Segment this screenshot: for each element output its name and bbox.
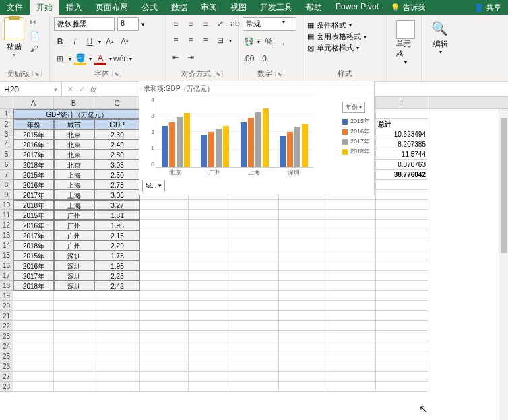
- bar[interactable]: [263, 108, 269, 167]
- row-header-18[interactable]: 18: [0, 281, 13, 291]
- cell[interactable]: 北京: [54, 149, 94, 160]
- pivot-chart[interactable]: 求和项:GDP（万亿元） 43210 北京广州上海深圳 年份 ▾ 2015年20…: [139, 81, 375, 195]
- cell[interactable]: [376, 240, 428, 250]
- cell[interactable]: [140, 220, 189, 230]
- cell[interactable]: [54, 321, 94, 331]
- cell[interactable]: [327, 230, 376, 240]
- cell[interactable]: [376, 220, 428, 230]
- cell[interactable]: [140, 281, 189, 291]
- cell[interactable]: [140, 260, 189, 271]
- italic-button[interactable]: I: [69, 36, 81, 48]
- cell[interactable]: [327, 331, 376, 341]
- cell[interactable]: [140, 361, 189, 372]
- cell[interactable]: [327, 200, 376, 210]
- cell[interactable]: 2017年: [13, 190, 54, 200]
- cell[interactable]: [279, 311, 327, 321]
- cell[interactable]: 广州: [54, 230, 94, 240]
- share-button[interactable]: 👤共享: [468, 0, 508, 15]
- cell[interactable]: [140, 240, 189, 250]
- cell[interactable]: [189, 230, 230, 240]
- cell[interactable]: [94, 301, 140, 311]
- cell[interactable]: 2015年: [13, 250, 54, 260]
- chart-legend[interactable]: 年份 ▾ 2015年2016年2017年2018年: [342, 102, 370, 158]
- cut-icon[interactable]: ✂: [30, 18, 40, 28]
- cell[interactable]: [94, 361, 140, 372]
- editing-button[interactable]: 🔍编辑▾: [426, 18, 455, 58]
- cell[interactable]: [376, 301, 428, 311]
- bar[interactable]: [255, 112, 261, 167]
- cell[interactable]: [13, 351, 54, 361]
- cell[interactable]: [189, 361, 230, 372]
- cell[interactable]: [13, 372, 54, 382]
- cell[interactable]: [189, 382, 230, 392]
- cell[interactable]: 深圳: [54, 281, 94, 291]
- clipboard-launcher[interactable]: ⬊: [32, 71, 42, 77]
- cell[interactable]: [94, 372, 140, 382]
- cell[interactable]: 北京: [54, 160, 94, 170]
- align-center-icon[interactable]: ≡: [185, 34, 197, 46]
- cell[interactable]: 2016年: [13, 260, 54, 271]
- cell[interactable]: 广州: [54, 210, 94, 220]
- bar[interactable]: [208, 132, 214, 167]
- tell-me[interactable]: 💡告诉我: [391, 0, 425, 15]
- cell[interactable]: [54, 301, 94, 311]
- inc-decimal-icon[interactable]: .00: [243, 53, 255, 65]
- cell[interactable]: [327, 321, 376, 331]
- tab-insert[interactable]: 插入: [59, 0, 89, 15]
- tab-layout[interactable]: 页面布局: [89, 0, 135, 15]
- cells-button[interactable]: 单元格▾: [391, 18, 420, 68]
- cell[interactable]: [279, 321, 327, 331]
- cell[interactable]: [279, 331, 327, 341]
- cell[interactable]: [279, 281, 327, 291]
- cell[interactable]: [140, 341, 189, 351]
- cell[interactable]: 2018年: [13, 240, 54, 250]
- row-header-16[interactable]: 16: [0, 260, 13, 271]
- cell[interactable]: [140, 372, 189, 382]
- cell[interactable]: [189, 220, 230, 230]
- row-header-3[interactable]: 3: [0, 129, 13, 139]
- cell[interactable]: [140, 331, 189, 341]
- underline-button[interactable]: U: [84, 36, 96, 48]
- tab-file[interactable]: 文件: [0, 0, 30, 15]
- cell[interactable]: [140, 301, 189, 311]
- cell[interactable]: [189, 311, 230, 321]
- cell[interactable]: [94, 321, 140, 331]
- cell[interactable]: [140, 382, 189, 392]
- cell[interactable]: [54, 331, 94, 341]
- paste-icon[interactable]: [4, 18, 24, 40]
- align-launcher[interactable]: ⬊: [214, 71, 223, 77]
- cell[interactable]: [189, 260, 230, 271]
- legend-item[interactable]: 2018年: [342, 147, 370, 156]
- col-header-B[interactable]: B: [54, 97, 94, 108]
- row-header-17[interactable]: 17: [0, 271, 13, 281]
- cell[interactable]: [376, 210, 428, 220]
- percent-icon[interactable]: %: [263, 36, 275, 48]
- copy-icon[interactable]: 📄: [30, 31, 40, 42]
- cell[interactable]: [13, 341, 54, 351]
- cell[interactable]: [230, 291, 279, 301]
- row-header-9[interactable]: 9: [0, 190, 13, 200]
- bar[interactable]: [169, 123, 175, 167]
- cell[interactable]: [230, 301, 279, 311]
- cell[interactable]: 2.49: [94, 139, 140, 149]
- cell[interactable]: [230, 321, 279, 331]
- cell[interactable]: [279, 250, 327, 260]
- row-header-1[interactable]: 1: [0, 109, 13, 119]
- cell[interactable]: [230, 200, 279, 210]
- cell[interactable]: [189, 210, 230, 220]
- cell[interactable]: 2016年: [13, 180, 54, 190]
- cell[interactable]: [140, 291, 189, 301]
- cell[interactable]: [13, 301, 54, 311]
- tab-data[interactable]: 数据: [164, 0, 194, 15]
- cell[interactable]: [140, 351, 189, 361]
- cell[interactable]: [327, 240, 376, 250]
- cell[interactable]: 11.5744: [376, 149, 428, 160]
- cell[interactable]: [94, 331, 140, 341]
- cell[interactable]: [376, 109, 428, 119]
- cell[interactable]: [189, 351, 230, 361]
- cell[interactable]: GDP: [94, 119, 140, 129]
- cell[interactable]: 1.95: [94, 260, 140, 271]
- row-header-25[interactable]: 25: [0, 351, 13, 361]
- row-header-28[interactable]: 28: [0, 382, 13, 392]
- cell[interactable]: 广州: [54, 240, 94, 250]
